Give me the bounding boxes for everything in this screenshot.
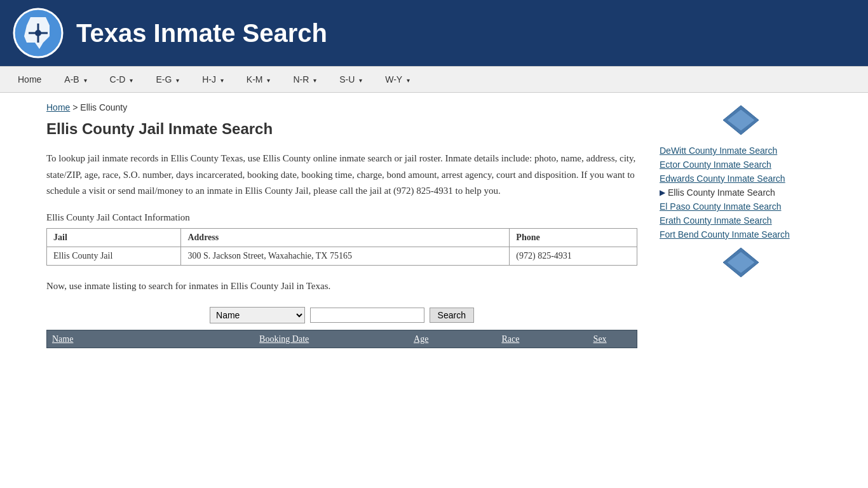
sidebar-item-elpaso[interactable]: El Paso County Inmate Search	[660, 200, 822, 214]
nav-item-eg[interactable]: E-G ▾	[144, 67, 191, 92]
results-col-sex[interactable]: Sex	[563, 330, 637, 348]
table-row: Ellis County Jail 300 S. Jackson Street,…	[47, 247, 637, 265]
page-title: Ellis County Jail Inmate Search	[46, 120, 637, 138]
site-title: Texas Inmate Search	[76, 19, 327, 48]
nav-item-hj[interactable]: H-J ▾	[191, 67, 235, 92]
sidebar-link-elpaso[interactable]: El Paso County Inmate Search	[660, 201, 781, 212]
contact-table: Jail Address Phone Ellis County Jail 300…	[46, 228, 637, 266]
nav-link-eg[interactable]: E-G ▾	[144, 67, 191, 92]
listing-text: Now, use inmate listing to search for in…	[46, 278, 637, 295]
sidebar-diamond-top	[660, 104, 822, 139]
search-input[interactable]	[310, 308, 424, 323]
nav-link-hj[interactable]: H-J ▾	[191, 67, 235, 92]
main-nav: Home A-B ▾ C-D ▾ E-G ▾ H-J ▾ K-M ▾ N-R ▾…	[0, 66, 868, 93]
results-col-age-link[interactable]: Age	[414, 334, 428, 344]
nav-link-cd[interactable]: C-D ▾	[98, 67, 145, 92]
breadcrumb-home-link[interactable]: Home	[46, 102, 70, 112]
sidebar-links: DeWitt County Inmate Search Ector County…	[660, 144, 822, 241]
sidebar-link-dewitt[interactable]: DeWitt County Inmate Search	[660, 146, 777, 156]
sidebar-diamond-bottom	[660, 247, 822, 281]
site-logo	[13, 8, 64, 58]
results-col-sex-link[interactable]: Sex	[593, 334, 607, 344]
nav-link-home[interactable]: Home	[6, 67, 53, 92]
chevron-down-icon: ▾	[176, 77, 179, 84]
sidebar-item-ellis[interactable]: Ellis County Inmate Search	[660, 186, 822, 200]
table-header-phone: Phone	[510, 228, 637, 247]
search-button[interactable]: Search	[430, 308, 474, 323]
table-header-address: Address	[181, 228, 510, 247]
jail-address-cell: 300 S. Jackson Street, Waxahachie, TX 75…	[181, 247, 510, 265]
nav-item-wy[interactable]: W-Y ▾	[374, 67, 421, 92]
sidebar-link-fortbend[interactable]: Fort Bend County Inmate Search	[660, 229, 790, 240]
table-header-jail: Jail	[47, 228, 181, 247]
svg-marker-6	[727, 109, 755, 131]
sidebar-link-edwards[interactable]: Edwards County Inmate Search	[660, 173, 785, 184]
chevron-down-icon: ▾	[267, 77, 270, 84]
search-row: Name Booking Date Age Race Sex Search	[46, 307, 637, 323]
sidebar-item-dewitt[interactable]: DeWitt County Inmate Search	[660, 144, 822, 158]
results-col-race[interactable]: Race	[458, 330, 564, 348]
nav-link-ab[interactable]: A-B ▾	[53, 67, 98, 92]
results-col-booking[interactable]: Booking Date	[184, 330, 384, 348]
svg-point-4	[35, 30, 41, 36]
chevron-down-icon: ▾	[359, 77, 362, 84]
chevron-down-icon: ▾	[84, 77, 87, 84]
chevron-down-icon: ▾	[220, 77, 224, 84]
sidebar: DeWitt County Inmate Search Ector County…	[650, 93, 828, 361]
results-col-name-link[interactable]: Name	[52, 334, 73, 344]
jail-name-cell: Ellis County Jail	[47, 247, 181, 265]
results-col-name[interactable]: Name	[47, 330, 184, 348]
search-select[interactable]: Name Booking Date Age Race Sex	[210, 307, 305, 323]
nav-link-su[interactable]: S-U ▾	[328, 67, 374, 92]
sidebar-item-fortbend[interactable]: Fort Bend County Inmate Search	[660, 227, 822, 241]
body-description: To lookup jail inmate records in Ellis C…	[46, 151, 637, 200]
results-table-header: Name Booking Date Age Race Sex	[46, 330, 637, 348]
sidebar-link-ector[interactable]: Ector County Inmate Search	[660, 159, 771, 170]
sidebar-item-edwards[interactable]: Edwards County Inmate Search	[660, 172, 822, 186]
breadcrumb-current: Ellis County	[80, 102, 127, 112]
main-content: Home > Ellis County Ellis County Jail In…	[40, 93, 650, 361]
chevron-down-icon: ▾	[313, 77, 316, 84]
nav-link-km[interactable]: K-M ▾	[235, 67, 282, 92]
sidebar-link-erath[interactable]: Erath County Inmate Search	[660, 215, 772, 226]
contact-heading: Ellis County Jail Contact Information	[46, 212, 637, 223]
chevron-down-icon: ▾	[130, 77, 133, 84]
nav-item-ab[interactable]: A-B ▾	[53, 67, 98, 92]
results-col-age[interactable]: Age	[384, 330, 458, 348]
site-header: Texas Inmate Search	[0, 0, 868, 66]
nav-link-nr[interactable]: N-R ▾	[281, 67, 328, 92]
sidebar-item-erath[interactable]: Erath County Inmate Search	[660, 214, 822, 227]
jail-phone-cell: (972) 825-4931	[510, 247, 637, 265]
nav-item-su[interactable]: S-U ▾	[328, 67, 374, 92]
breadcrumb-separator: >	[72, 102, 80, 112]
sidebar-item-ector[interactable]: Ector County Inmate Search	[660, 158, 822, 172]
nav-item-nr[interactable]: N-R ▾	[281, 67, 328, 92]
results-col-race-link[interactable]: Race	[501, 334, 519, 344]
nav-item-home[interactable]: Home	[6, 67, 53, 92]
svg-marker-8	[727, 252, 755, 273]
breadcrumb: Home > Ellis County	[46, 102, 637, 112]
nav-link-wy[interactable]: W-Y ▾	[374, 67, 421, 92]
results-col-booking-link[interactable]: Booking Date	[259, 334, 309, 344]
nav-item-km[interactable]: K-M ▾	[235, 67, 282, 92]
nav-item-cd[interactable]: C-D ▾	[98, 67, 145, 92]
sidebar-link-ellis[interactable]: Ellis County Inmate Search	[668, 187, 775, 198]
chevron-down-icon: ▾	[407, 77, 410, 84]
